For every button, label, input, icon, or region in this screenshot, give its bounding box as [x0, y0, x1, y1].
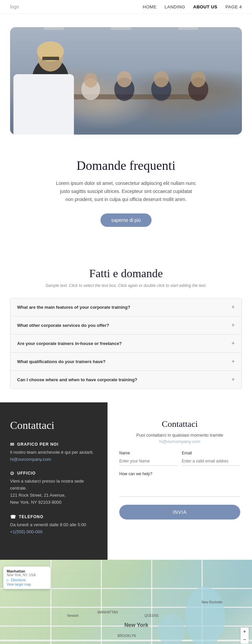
contact-right-title: Contattaci [119, 419, 240, 429]
zoom-in-button[interactable]: + [241, 628, 249, 636]
email-input[interactable] [182, 457, 240, 466]
email-label: Email [182, 451, 240, 455]
faq-subtitle: Sample text. Click to select the text bo… [10, 283, 242, 288]
contact-office-block: ⊙ UFFICIO Vieni a salutarci presso la no… [10, 470, 97, 506]
directions-icon: ▷ [7, 578, 9, 582]
faq-title: Fatti e domande [10, 267, 242, 280]
nav-landing[interactable]: LANDING [165, 4, 185, 9]
phone-icon: ☎ [10, 514, 16, 519]
hero-button[interactable]: saperne di più [100, 213, 152, 227]
contact-phone-block: ☎ TELEFONO Da lunedì a venerdì dalle 8:0… [10, 514, 97, 535]
svg-point-16 [84, 73, 97, 88]
map-popup: Manhattan New York, NY, USA ▷ Directions… [3, 566, 50, 589]
contact-right-email[interactable]: hi@ourcompany.com [119, 439, 240, 444]
hero-image-wrapper [10, 27, 242, 135]
contact-phone-label: ☎ TELEFONO [10, 514, 97, 519]
svg-point-14 [191, 71, 206, 87]
contact-email-link[interactable]: hi@ourcompany.com [10, 457, 51, 462]
hero-description: Lorem ipsum dolor sit amet, consectetur … [55, 180, 197, 203]
contact-email-block: ✉ GRAFICO PER NOI Il nostro team amichev… [10, 442, 97, 462]
hero-text: Domande frequenti Lorem ipsum dolor sit … [42, 158, 210, 227]
faq-item-2[interactable]: What other corporate services do you off… [10, 316, 242, 335]
faq-plus-3: + [231, 340, 235, 347]
help-textarea[interactable] [119, 477, 240, 497]
faq-question-2: What other corporate services do you off… [17, 323, 109, 328]
contact-office-desc: Vieni a salutarci presso la nostra sede … [10, 478, 97, 506]
logo: logo [10, 4, 19, 9]
map-road-5 [50, 560, 51, 644]
contact-phone-desc: Da lunedì a venerdì dalle 8:00 alle 5:00 [10, 522, 97, 529]
help-label: How can we help? [119, 472, 152, 476]
map-water-2 [158, 613, 185, 644]
svg-text:New York: New York [124, 622, 149, 628]
svg-point-12 [154, 71, 169, 87]
faq-list: What are the main features of your corpo… [10, 298, 242, 389]
map-view-larger[interactable]: View larger map [7, 583, 47, 586]
faq-plus-1: + [231, 304, 235, 311]
svg-text:Newark: Newark [67, 614, 79, 617]
contact-office-label: ⊙ UFFICIO [10, 470, 97, 476]
contact-email-desc: Il nostro team amichevole è qui per aiut… [10, 449, 97, 456]
faq-question-3: Are your corporate trainers in-house or … [17, 341, 122, 346]
faq-plus-2: + [231, 322, 235, 329]
name-label: Name [119, 451, 178, 455]
contact-form: Name Email How can we help? INVIA [119, 451, 240, 519]
name-input[interactable] [119, 457, 178, 466]
map-road-7 [151, 560, 152, 644]
map-popup-title: Manhattan [7, 569, 47, 573]
faq-question-1: What are the main features of your corpo… [17, 305, 130, 310]
contact-email-label: ✉ GRAFICO PER NOI [10, 442, 97, 447]
nav-about[interactable]: ABOUT US [193, 4, 217, 9]
svg-point-10 [117, 71, 132, 87]
map-section: New York MANHATTAN QUEENS BROOKLYN Newar… [0, 560, 252, 644]
map-zoom-controls: + − [241, 628, 249, 644]
svg-text:BROOKLYN: BROOKLYN [118, 634, 136, 638]
svg-rect-8 [42, 57, 59, 60]
faq-plus-5: + [231, 376, 235, 383]
nav-links: HOME LANDING ABOUT US PAGE 4 [143, 4, 242, 9]
hero-section: Domande frequenti Lorem ipsum dolor sit … [0, 14, 252, 247]
contact-right: Contattaci Puoi contattarci in qualsiasi… [108, 402, 252, 560]
navbar: logo HOME LANDING ABOUT US PAGE 4 [0, 0, 252, 14]
email-icon: ✉ [10, 442, 14, 447]
contact-left-title: Contattaci [10, 419, 97, 432]
hero-card-overlay [13, 74, 74, 135]
faq-item-5[interactable]: Can I choose where and when to have corp… [10, 371, 242, 389]
faq-item-1[interactable]: What are the main features of your corpo… [10, 298, 242, 316]
nav-page4[interactable]: PAGE 4 [225, 4, 242, 9]
map-popup-sub: New York, NY, USA [7, 573, 47, 577]
zoom-out-button[interactable]: − [241, 636, 249, 644]
map-road-6 [101, 560, 102, 644]
faq-question-5: Can I choose where and when to have corp… [17, 377, 137, 382]
faq-item-4[interactable]: What qualifications do your trainers hav… [10, 353, 242, 371]
submit-button[interactable]: INVIA [119, 505, 240, 519]
contact-right-desc: Puoi contattarci in qualsiasi momento tr… [119, 433, 240, 438]
faq-item-3[interactable]: Are your corporate trainers in-house or … [10, 335, 242, 353]
faq-question-4: What qualifications do your trainers hav… [17, 359, 106, 364]
faq-plus-4: + [231, 358, 235, 365]
contact-section: Contattaci ✉ GRAFICO PER NOI Il nostro t… [0, 402, 252, 560]
location-icon: ⊙ [10, 470, 14, 476]
map-water-1 [185, 587, 225, 644]
contact-phone-link[interactable]: +1(555) 000-000 [10, 529, 43, 534]
contact-left: Contattaci ✉ GRAFICO PER NOI Il nostro t… [0, 402, 108, 560]
nav-home[interactable]: HOME [143, 4, 157, 9]
map-directions[interactable]: ▷ Directions [7, 578, 47, 582]
hero-title: Domande frequenti [55, 158, 197, 173]
faq-section: Fatti e domande Sample text. Click to se… [0, 247, 252, 402]
